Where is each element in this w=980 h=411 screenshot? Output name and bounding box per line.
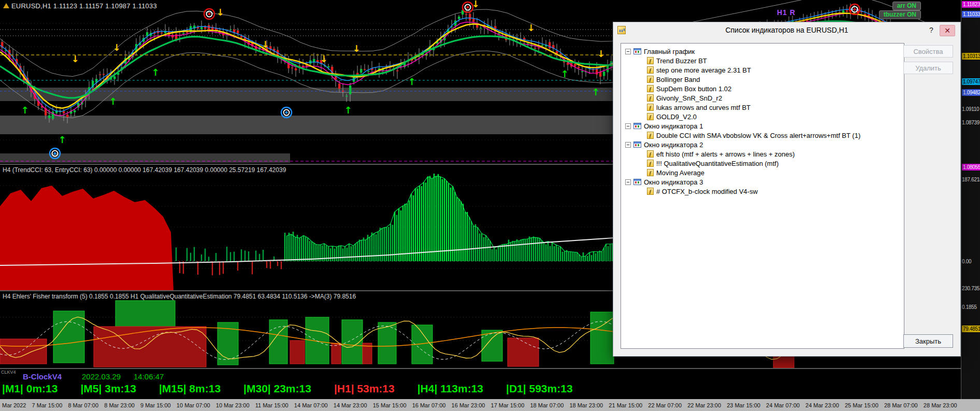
price-label: 1.09110	[962, 106, 979, 112]
arr-toggle-button[interactable]: arr ON	[892, 2, 921, 10]
price-label: 1.08055	[962, 164, 980, 171]
svg-text:↓: ↓	[216, 7, 224, 18]
indicators-dialog: Список индикаторов на EURUSD,H1 ? ✕ Глав…	[613, 22, 961, 357]
time-label: 10 Mar 23:00	[216, 402, 250, 408]
chart-window-icon	[633, 48, 641, 54]
svg-text:↓: ↓	[320, 53, 327, 64]
tree-label: Окно индикатора 3	[644, 178, 703, 186]
price-axis[interactable]: 1.118231.110331.103131.097471.094821.091…	[961, 0, 980, 399]
indicator-function-icon	[647, 66, 654, 74]
svg-text:↑: ↑	[58, 134, 66, 145]
time-axis[interactable]: Mar 20227 Mar 15:008 Mar 07:008 Mar 23:0…	[0, 399, 980, 411]
tree-item-indicator[interactable]: step one more average 2.31 BT	[621, 65, 904, 75]
tree-label: Givonly_SnR_SnD_r2	[656, 94, 722, 102]
price-label: 1.10313	[962, 53, 980, 60]
chart-window-icon	[633, 141, 641, 148]
svg-text:↓: ↓	[527, 22, 535, 33]
bclock-title: B-ClockV4	[23, 372, 62, 381]
price-label: 187.6218	[962, 176, 980, 183]
collapse-icon[interactable]	[625, 123, 631, 129]
chart-ohlc-info: EURUSD,H1 1.11123 1.11157 1.10987 1.1103…	[11, 2, 157, 10]
tree-item-indicator[interactable]: Givonly_SnR_SnD_r2	[621, 93, 904, 103]
svg-text:↑: ↑	[408, 76, 415, 87]
bclock-indicator-window: CLKV4 B-ClockV4 2022.03.29 14:06:47 |M1|…	[0, 369, 961, 399]
bclock-time: 14:06:47	[134, 372, 164, 381]
price-label: 1.09482	[962, 89, 980, 96]
tree-item-indicator[interactable]: Moving Average	[621, 168, 904, 177]
properties-button[interactable]: Свойства	[903, 45, 953, 58]
tree-label: eft histo (mtf + alerts + arrows + lines…	[656, 150, 795, 158]
price-label: 0.1855	[962, 304, 977, 310]
indicator-function-icon	[647, 150, 654, 158]
dialog-titlebar[interactable]: Список индикаторов на EURUSD,H1 ? ✕	[613, 22, 960, 38]
tree-group-window-1[interactable]: Окно индикатора 1	[621, 121, 904, 131]
cci-indicator-label: H4 (TrendCCI: 63, EntryCCI: 63) 0.00000 …	[3, 166, 286, 174]
indicator-tree[interactable]: Главный график Trend Buzzer BT step one …	[621, 43, 904, 349]
price-label: 1.11823	[962, 1, 980, 8]
tree-item-indicator[interactable]: Bollinger Band	[621, 75, 904, 84]
timeframe-timer: |M30| 23m:13	[243, 382, 311, 395]
tree-item-indicator[interactable]: eft histo (mtf + alerts + arrows + lines…	[621, 149, 904, 159]
timeframe-timer: |H1| 53m:13	[334, 382, 395, 395]
time-label: Mar 2022	[2, 402, 26, 408]
chart-window-icon	[633, 179, 641, 185]
indicator-function-icon	[647, 57, 654, 64]
svg-text:↓: ↓	[112, 42, 120, 53]
collapse-icon[interactable]	[625, 142, 631, 148]
svg-text:↑: ↑	[109, 96, 117, 107]
tree-item-indicator[interactable]: !!! QualitativeQuantitativeEstimation (m…	[621, 159, 904, 168]
tree-item-indicator[interactable]: lukas arrows and curves mtf BT	[621, 103, 904, 112]
tbuzzer-toggle-button[interactable]: tbuzzer ON	[879, 10, 921, 19]
collapse-icon[interactable]	[625, 179, 631, 185]
tree-label: Moving Average	[656, 169, 704, 177]
clock-window-tag: CLKV4	[1, 370, 16, 375]
collapse-icon[interactable]	[625, 49, 631, 54]
time-label: 10 Mar 07:00	[177, 402, 210, 408]
tree-item-indicator[interactable]: Double CCI with SMA vbobslow VK & Cross …	[621, 131, 904, 140]
mtf-indicator-label: H1 R	[777, 8, 796, 17]
dialog-title: Список индикаторов на EURUSD,H1	[613, 26, 960, 34]
time-label: 18 Mar 07:00	[530, 402, 564, 408]
time-label: 23 Mar 15:00	[727, 402, 760, 408]
tree-item-indicator[interactable]: # OTCFX_b-clock modified V4-sw	[621, 187, 904, 196]
time-label: 22 Mar 07:00	[648, 402, 682, 408]
dialog-close-icon[interactable]: ✕	[940, 25, 955, 36]
time-label: 16 Mar 23:00	[452, 402, 485, 408]
svg-text:↑: ↑	[151, 67, 159, 78]
timeframe-timer: |H4| 113m:13	[417, 382, 483, 395]
tree-label: step one more average 2.31 BT	[656, 66, 751, 74]
time-label: 8 Mar 07:00	[68, 402, 98, 408]
tree-item-indicator[interactable]: GOLD9_V2.0	[621, 112, 904, 121]
time-label: 9 Mar 15:00	[140, 402, 171, 408]
close-dialog-button[interactable]: Закрыть	[903, 334, 953, 348]
bclock-date: 2022.03.29	[82, 372, 121, 381]
delete-button[interactable]: Удалить	[903, 62, 953, 74]
fisher-indicator-label: H4 Ehlers' Fisher transform (5) 0.1855 0…	[3, 293, 356, 300]
tree-item-indicator[interactable]: Trend Buzzer BT	[621, 56, 904, 65]
indicator-function-icon	[647, 132, 654, 139]
tree-group-window-3[interactable]: Окно индикатора 3	[621, 177, 904, 187]
svg-text:↑: ↑	[560, 68, 568, 79]
symbol-icon	[3, 3, 9, 8]
time-label: 18 Mar 23:00	[569, 402, 603, 408]
timeframe-timer: |M15| 8m:13	[159, 382, 221, 395]
price-label: 230.7351	[962, 285, 980, 292]
tree-label: Окно индикатора 2	[644, 141, 703, 149]
price-label: 1.08739	[962, 119, 979, 126]
time-label: 16 Mar 07:00	[412, 402, 446, 408]
tree-label: !!! QualitativeQuantitativeEstimation (m…	[656, 160, 779, 167]
time-label: 14 Mar 07:00	[294, 402, 328, 408]
chart-window-icon	[633, 123, 641, 129]
tree-group-window-2[interactable]: Окно индикатора 2	[621, 140, 904, 149]
dialog-help-button[interactable]: ?	[925, 25, 938, 35]
tree-group-main-chart[interactable]: Главный график	[621, 47, 904, 56]
svg-text:↑: ↑	[592, 87, 599, 97]
svg-text:↑: ↑	[344, 105, 352, 116]
svg-text:↓: ↓	[597, 48, 604, 59]
tree-label: Главный график	[644, 48, 695, 55]
indicator-function-icon	[647, 85, 654, 92]
price-label: 1.11033	[962, 11, 980, 18]
timeframe-timers: |M1| 0m:13|M5| 3m:13|M15| 8m:13|M30| 23m…	[2, 382, 573, 395]
indicator-function-icon	[647, 169, 654, 176]
tree-item-indicator[interactable]: SupDem Box button 1.02	[621, 84, 904, 93]
